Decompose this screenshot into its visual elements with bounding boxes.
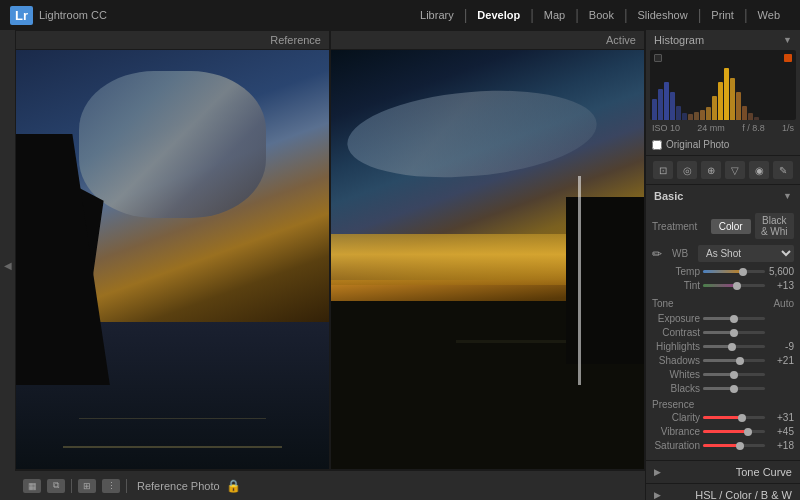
filmstrip-icon[interactable]: ▦	[23, 479, 41, 493]
reference-photo	[16, 50, 329, 469]
tone-curve-section[interactable]: ▶ Tone Curve	[646, 461, 800, 484]
app-name: Lightroom CC	[39, 9, 107, 21]
shadows-value: +21	[768, 355, 794, 366]
loupe-icon[interactable]: ⊞	[78, 479, 96, 493]
highlights-row: Highlights -9	[652, 341, 794, 352]
presence-label: Presence	[652, 396, 694, 412]
clarity-value: +31	[768, 412, 794, 423]
active-panel: Active	[330, 30, 645, 470]
compare-icon[interactable]: ⧉	[47, 479, 65, 493]
temp-row: Temp 5,600	[652, 266, 794, 277]
focal-info: 24 mm	[697, 123, 725, 133]
exposure-slider[interactable]	[703, 317, 765, 320]
lock-icon: 🔒	[226, 479, 241, 493]
wb-label: WB	[672, 248, 694, 259]
radial-filter-tool[interactable]: ◉	[749, 161, 769, 179]
shadows-slider[interactable]	[703, 359, 765, 362]
tint-row: Tint +13	[652, 280, 794, 291]
basic-header[interactable]: Basic ▼	[646, 185, 800, 207]
vibrance-label: Vibrance	[652, 426, 700, 437]
active-photo-area	[331, 50, 644, 469]
clarity-row: Clarity +31	[652, 412, 794, 423]
logo-area: Lr Lightroom CC	[10, 6, 107, 25]
treatment-row: Treatment Color Black & Whi	[652, 213, 794, 239]
logo-lr: Lr	[10, 6, 33, 25]
histogram-canvas	[650, 50, 796, 120]
hsl-title: HSL / Color / B & W	[695, 489, 792, 500]
bottom-bar: ▦ ⧉ ⊞ ⋮ Reference Photo 🔒	[15, 470, 645, 500]
tint-value: +13	[768, 280, 794, 291]
contrast-slider[interactable]	[703, 331, 765, 334]
exposure-label: Exposure	[652, 313, 700, 324]
temp-label: Temp	[652, 266, 700, 277]
highlights-slider[interactable]	[703, 345, 765, 348]
saturation-value: +18	[768, 440, 794, 451]
adjustment-brush-tool[interactable]: ✎	[773, 161, 793, 179]
whites-row: Whites	[652, 369, 794, 380]
bw-button[interactable]: Black & Whi	[755, 213, 795, 239]
whites-label: Whites	[652, 369, 700, 380]
nav-develop[interactable]: Develop	[467, 0, 530, 30]
temp-slider[interactable]	[703, 270, 765, 273]
center-area: Reference	[15, 30, 645, 500]
tone-curve-title: Tone Curve	[736, 466, 792, 478]
histogram-arrow: ▼	[783, 35, 792, 45]
histogram-header: Histogram ▼	[646, 30, 800, 50]
nav-library[interactable]: Library	[410, 0, 464, 30]
clarity-label: Clarity	[652, 412, 700, 423]
top-bar: Lr Lightroom CC Library | Develop | Map …	[0, 0, 800, 30]
wb-select[interactable]: As Shot	[698, 245, 794, 262]
redeye-tool[interactable]: ⊕	[701, 161, 721, 179]
tint-label: Tint	[652, 280, 700, 291]
tools-row: ⊡ ◎ ⊕ ▽ ◉ ✎	[646, 156, 800, 185]
saturation-label: Saturation	[652, 440, 700, 451]
reference-photo-area	[16, 50, 329, 469]
nav-map[interactable]: Map	[534, 0, 575, 30]
separator	[71, 479, 72, 493]
contrast-label: Contrast	[652, 327, 700, 338]
wb-eyedropper-icon[interactable]: ✏	[652, 247, 668, 261]
nav-slideshow[interactable]: Slideshow	[628, 0, 698, 30]
shadows-label: Shadows	[652, 355, 700, 366]
treatment-label: Treatment	[652, 221, 707, 232]
tone-label: Tone	[652, 295, 674, 311]
blacks-label: Blacks	[652, 383, 700, 394]
saturation-slider[interactable]	[703, 444, 765, 447]
contrast-row: Contrast	[652, 327, 794, 338]
saturation-row: Saturation +18	[652, 440, 794, 451]
hsl-section[interactable]: ▶ HSL / Color / B & W	[646, 484, 800, 500]
spot-removal-tool[interactable]: ◎	[677, 161, 697, 179]
original-photo-label: Original Photo	[666, 139, 729, 150]
basic-section: Basic ▼ Treatment Color Black & Whi ✏ WB…	[646, 185, 800, 461]
vibrance-value: +45	[768, 426, 794, 437]
wb-row: ✏ WB As Shot	[652, 245, 794, 262]
whites-slider[interactable]	[703, 373, 765, 376]
grid-icon[interactable]: ⋮	[102, 479, 120, 493]
crop-tool[interactable]: ⊡	[653, 161, 673, 179]
nav-web[interactable]: Web	[748, 0, 790, 30]
original-photo-checkbox-row: Original Photo	[646, 136, 800, 155]
clarity-slider[interactable]	[703, 416, 765, 419]
graduated-filter-tool[interactable]: ▽	[725, 161, 745, 179]
reference-header: Reference	[16, 31, 329, 50]
blacks-row: Blacks	[652, 383, 794, 394]
histogram-section: Histogram ▼	[646, 30, 800, 156]
exposure-info: 1/s	[782, 123, 794, 133]
nav-menu: Library | Develop | Map | Book | Slidesh…	[410, 0, 790, 30]
tone-auto[interactable]: Auto	[768, 298, 794, 309]
shadows-row: Shadows +21	[652, 355, 794, 366]
histogram-info: ISO 10 24 mm f / 8.8 1/s	[646, 120, 800, 136]
highlights-value: -9	[768, 341, 794, 352]
left-sidebar-toggle[interactable]: ◀	[0, 30, 15, 500]
original-photo-checkbox[interactable]	[652, 140, 662, 150]
color-button[interactable]: Color	[711, 219, 751, 234]
aperture-info: f / 8.8	[742, 123, 765, 133]
basic-title: Basic	[654, 190, 683, 202]
blacks-slider[interactable]	[703, 387, 765, 390]
reference-photo-label: Reference Photo	[137, 480, 220, 492]
nav-book[interactable]: Book	[579, 0, 624, 30]
vibrance-slider[interactable]	[703, 430, 765, 433]
nav-print[interactable]: Print	[701, 0, 744, 30]
reference-label: Reference	[270, 34, 321, 46]
tint-slider[interactable]	[703, 284, 765, 287]
